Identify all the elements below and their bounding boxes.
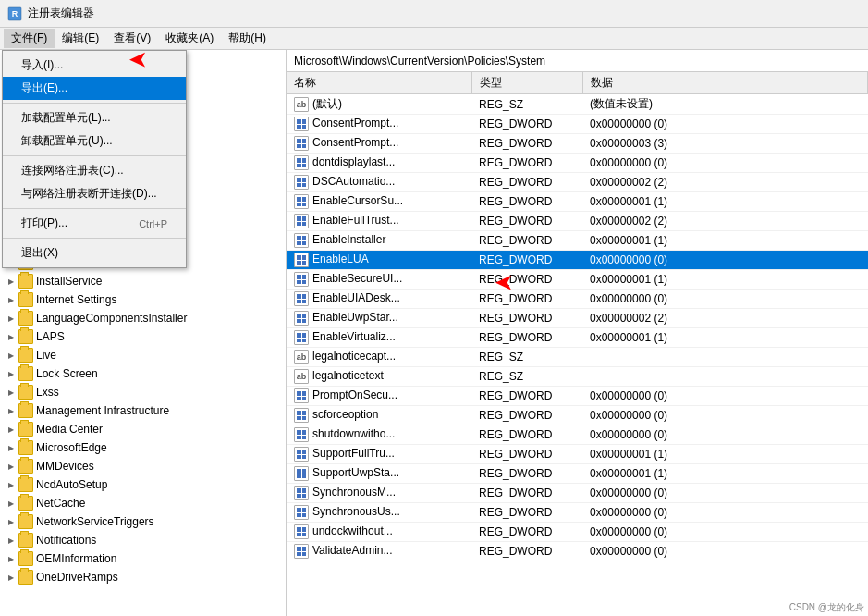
cell-type: REG_DWORD: [471, 464, 582, 484]
table-row[interactable]: dontdisplaylast...REG_DWORD0x00000000 (0…: [287, 154, 868, 173]
cell-data: 0x00000000 (0): [582, 387, 868, 406]
cell-type: REG_DWORD: [471, 290, 582, 309]
cell-type: REG_DWORD: [471, 406, 582, 425]
table-row[interactable]: ab(默认)REG_SZ(数值未设置): [287, 94, 868, 115]
cell-name: undockwithout...: [287, 523, 471, 542]
table-row[interactable]: SynchronousUs...REG_DWORD0x00000000 (0): [287, 503, 868, 523]
col-data[interactable]: 数据: [582, 72, 868, 94]
entry-name: EnableVirtualiz...: [312, 330, 396, 343]
svg-text:R: R: [12, 9, 18, 18]
address-text: Microsoft\Windows\CurrentVersion\Policie…: [294, 55, 545, 68]
grid-icon: [294, 175, 309, 190]
grid-icon: [294, 136, 309, 151]
menu-help[interactable]: 帮助(H): [221, 29, 274, 48]
menu-load-hive[interactable]: 加载配置单元(L)...: [3, 106, 186, 129]
entry-name: SupportFullTru...: [312, 447, 395, 460]
cell-data: 0x00000002 (2): [582, 173, 868, 192]
col-name[interactable]: 名称: [287, 72, 471, 94]
regedit-icon: R: [7, 6, 22, 21]
entry-name: PromptOnSecu...: [312, 388, 397, 401]
menu-file[interactable]: 文件(F): [4, 29, 55, 48]
cell-type: REG_DWORD: [471, 542, 582, 561]
cell-type: REG_DWORD: [471, 270, 582, 290]
table-row[interactable]: EnableInstallerREG_DWORD0x00000001 (1): [287, 231, 868, 251]
cell-name: EnableVirtualiz...: [287, 328, 471, 348]
entry-name: shutdownwitho...: [312, 427, 395, 440]
table-row[interactable]: EnableLUAREG_DWORD0x00000000 (0): [287, 251, 868, 270]
cell-type: REG_SZ: [471, 348, 582, 367]
cell-name: ConsentPrompt...: [287, 115, 471, 134]
table-row[interactable]: SupportUwpSta...REG_DWORD0x00000001 (1): [287, 464, 868, 484]
entry-name: EnableCursorSu...: [312, 194, 403, 207]
table-row[interactable]: EnableUIADesk...REG_DWORD0x00000000 (0): [287, 290, 868, 309]
table-row[interactable]: EnableFullTrust...REG_DWORD0x00000002 (2…: [287, 212, 868, 231]
grid-icon: [294, 311, 309, 326]
cell-name: EnableSecureUI...: [287, 270, 471, 290]
cell-data: 0x00000001 (1): [582, 464, 868, 484]
separator-1: [3, 103, 186, 104]
menu-bar: 文件(F) 编辑(E) 查看(V) 收藏夹(A) 帮助(H): [0, 28, 868, 50]
cell-data: 0x00000003 (3): [582, 134, 868, 154]
cell-name: EnableFullTrust...: [287, 212, 471, 231]
menu-import[interactable]: 导入(I)...: [3, 54, 186, 77]
menu-disconnect-network[interactable]: 与网络注册表断开连接(D)...: [3, 182, 186, 205]
cell-name: ConsentPrompt...: [287, 134, 471, 154]
entry-name: legalnoticecapt...: [312, 350, 396, 363]
table-row[interactable]: SupportFullTru...REG_DWORD0x00000001 (1): [287, 445, 868, 464]
entry-name: SynchronousUs...: [312, 505, 400, 518]
grid-icon: [294, 155, 309, 170]
cell-type: REG_DWORD: [471, 387, 582, 406]
cell-name: ablegalnoticecapt...: [287, 348, 471, 367]
grid-icon: [294, 486, 309, 500]
table-row[interactable]: ablegalnoticecapt...REG_SZ: [287, 348, 868, 367]
menu-unload-hive[interactable]: 卸载配置单元(U)...: [3, 129, 186, 153]
cell-data: [582, 367, 868, 387]
grid-icon: [294, 291, 309, 306]
separator-2: [3, 155, 186, 156]
entry-name: EnableInstaller: [312, 233, 385, 246]
menu-view[interactable]: 查看(V): [106, 29, 158, 48]
entry-name: EnableFullTrust...: [312, 214, 399, 227]
menu-exit[interactable]: 退出(X): [3, 241, 186, 265]
table-row[interactable]: EnableCursorSu...REG_DWORD0x00000001 (1): [287, 192, 868, 212]
cell-type: REG_DWORD: [471, 484, 582, 503]
cell-name: ab(默认): [287, 94, 471, 115]
grid-icon: [294, 447, 309, 462]
grid-icon: [294, 214, 309, 228]
watermark: CSDN @龙的化身: [789, 601, 864, 614]
separator-4: [3, 238, 186, 239]
cell-name: PromptOnSecu...: [287, 387, 471, 406]
entry-name: legalnoticetext: [312, 369, 384, 382]
export-arrow: ➤: [129, 48, 146, 72]
table-row[interactable]: shutdownwitho...REG_DWORD0x00000000 (0): [287, 425, 868, 445]
table-row[interactable]: undockwithout...REG_DWORD0x00000000 (0): [287, 523, 868, 542]
menu-connect-network[interactable]: 连接网络注册表(C)...: [3, 159, 186, 182]
main-layout: 导入(I)... 导出(E)... 加载配置单元(L)... 卸载配置单元(U)…: [0, 50, 868, 616]
table-row[interactable]: DSCAutomatio...REG_DWORD0x00000002 (2): [287, 173, 868, 192]
menu-edit[interactable]: 编辑(E): [55, 29, 106, 48]
table-row[interactable]: EnableUwpStar...REG_DWORD0x00000002 (2): [287, 309, 868, 328]
registry-table[interactable]: 名称 类型 数据 ab(默认)REG_SZ(数值未设置)ConsentPromp…: [287, 72, 868, 616]
right-panel: Microsoft\Windows\CurrentVersion\Policie…: [287, 50, 868, 616]
table-row[interactable]: EnableVirtualiz...REG_DWORD0x00000001 (1…: [287, 328, 868, 348]
menu-export[interactable]: 导出(E)...: [3, 77, 186, 100]
table-row[interactable]: ValidateAdmin...REG_DWORD0x00000000 (0): [287, 542, 868, 561]
cell-data: 0x00000002 (2): [582, 309, 868, 328]
entry-name: SynchronousM...: [312, 486, 396, 499]
table-row[interactable]: ConsentPrompt...REG_DWORD0x00000003 (3): [287, 134, 868, 154]
col-type[interactable]: 类型: [471, 72, 582, 94]
ab-icon: ab: [294, 97, 309, 112]
table-row[interactable]: SynchronousM...REG_DWORD0x00000000 (0): [287, 484, 868, 503]
table-row[interactable]: PromptOnSecu...REG_DWORD0x00000000 (0): [287, 387, 868, 406]
tree-panel: 导入(I)... 导出(E)... 加载配置单元(L)... 卸载配置单元(U)…: [0, 50, 287, 616]
table-row[interactable]: EnableSecureUI...REG_DWORD0x00000001 (1): [287, 270, 868, 290]
cell-type: REG_SZ: [471, 94, 582, 115]
table-row[interactable]: scforceoptionREG_DWORD0x00000000 (0): [287, 406, 868, 425]
menu-print[interactable]: 打印(P)... Ctrl+P: [3, 212, 186, 235]
cell-name: SupportUwpSta...: [287, 464, 471, 484]
enablelua-arrow: ➤: [495, 271, 512, 295]
cell-data: 0x00000000 (0): [582, 484, 868, 503]
table-row[interactable]: ConsentPrompt...REG_DWORD0x00000000 (0): [287, 115, 868, 134]
table-row[interactable]: ablegalnoticetextREG_SZ: [287, 367, 868, 387]
menu-favorites[interactable]: 收藏夹(A): [158, 29, 221, 48]
